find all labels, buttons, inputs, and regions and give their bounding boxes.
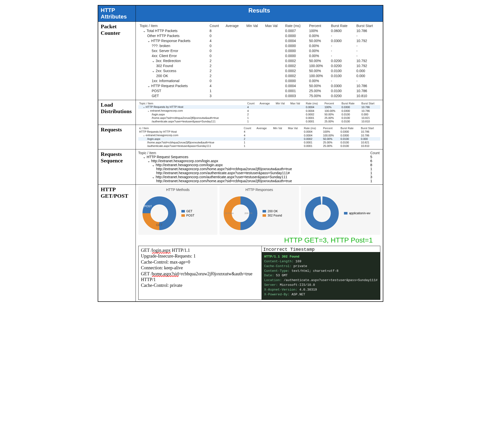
stat-cell: 0.00% (308, 53, 329, 58)
stat-topic[interactable]: GET (138, 93, 208, 98)
stat-topic[interactable]: 302 Found (138, 63, 208, 68)
stat-topic[interactable]: ⌄ 2xx: Success (138, 68, 208, 73)
stat-cell: 0.0002 (284, 63, 307, 68)
svg-point-8 (309, 200, 335, 227)
stat-topic[interactable]: ???: broken (138, 43, 208, 48)
stat-cell: - (329, 43, 355, 48)
stat-topic[interactable]: /authenticate.aspx?user=testuser&pass=Su… (138, 144, 243, 148)
stat-topic[interactable]: ⌄ Total HTTP Packets (138, 28, 208, 33)
stat-cell: 0.0000 (284, 43, 307, 48)
seq-item[interactable]: ⌄ http://extranet.hexagoncorp.com/login.… (138, 163, 371, 167)
col-header: Min Val (272, 126, 287, 130)
stat-cell (224, 58, 245, 63)
stat-topic[interactable]: HTTP Requests by HTTP Host (138, 130, 243, 133)
label-requests: Requests (98, 125, 136, 149)
stat-cell (275, 109, 289, 113)
stat-topic[interactable]: ⌄ HTTP Requests by HTTP Host (138, 105, 246, 109)
stat-cell: 0.0001 (303, 141, 322, 144)
stat-cell: 4 (208, 83, 224, 88)
seq-count: 3 (370, 175, 380, 179)
stat-cell: - (329, 48, 355, 53)
stat-cell: 100.00% (323, 109, 340, 113)
load-dist-table: Topic / ItemCountAverageMin ValMax ValRa… (138, 102, 381, 123)
seq-item[interactable]: ⌄ HTTP Request Sequences (138, 155, 371, 159)
col-header: Average (256, 126, 272, 130)
stat-cell (224, 73, 245, 78)
stat-cell (287, 133, 303, 137)
stat-topic[interactable]: POST (138, 88, 208, 93)
stat-cell (259, 109, 275, 113)
stat-cell: 2 (243, 137, 256, 141)
stat-cell: 0 (208, 33, 224, 38)
stat-cell: 25.00% (323, 120, 340, 123)
stat-cell: 4 (243, 133, 256, 137)
col-header: Burst Start (360, 102, 380, 105)
stat-cell: 50.00% (322, 137, 339, 141)
stat-cell: 10.786 (355, 28, 380, 33)
stat-topic[interactable]: Other HTTP Packets (138, 33, 208, 38)
stat-cell: 0.0000 (284, 33, 307, 38)
donut-responses-svg: 200 OK 02 Foun (220, 193, 261, 233)
attributes-table: HTTP Attributes Results Packet Counter T… (98, 5, 383, 302)
donut-methods: HTTP Methods GET POST GET POST (138, 186, 218, 235)
stat-cell: 0.0003 (284, 93, 307, 98)
col-header: Max Val (287, 126, 303, 130)
col-header: Average (259, 102, 275, 105)
stat-cell (224, 68, 245, 73)
stat-cell: 2 (208, 58, 224, 63)
stat-cell: 0.0200 (329, 63, 355, 68)
stat-cell: 0.00% (308, 43, 329, 48)
stat-topic[interactable]: ⌄ extranet.hexagoncorp.com (138, 133, 243, 137)
col-header: Max Val (289, 102, 305, 105)
stat-topic[interactable]: 200 OK (138, 73, 208, 78)
stat-cell (264, 68, 284, 73)
stat-cell: 0.0001 (305, 116, 323, 120)
stat-cell (289, 109, 305, 113)
stat-topic[interactable]: ⌄ HTTP Request Packets (138, 83, 208, 88)
col-header: Percent (308, 23, 329, 28)
stat-topic[interactable]: ⌄ 3xx: Redirection (138, 58, 208, 63)
seq-item[interactable]: http://extranet.hexagoncorp.com/authenti… (138, 171, 371, 175)
stat-cell (264, 83, 284, 88)
stat-cell: 0 (208, 53, 224, 58)
stat-cell (264, 63, 284, 68)
stat-cell: 0.0300 (329, 83, 355, 88)
seq-item[interactable]: http://extranet.hexagoncorp.com/home.asp… (138, 179, 371, 183)
stat-topic[interactable]: /home.aspx?sid=rcbhqua2oruw2jf0joxnxutw&… (138, 116, 246, 120)
stat-topic[interactable]: ⌄ HTTP Response Packets (138, 38, 208, 43)
stat-cell (256, 133, 272, 137)
stat-cell (245, 88, 264, 93)
stat-cell: 0.0000 (284, 53, 307, 58)
svg-text:GET: GET (156, 223, 162, 227)
stat-topic[interactable]: /login.aspx (138, 113, 246, 116)
stat-cell: 0.0001 (284, 88, 307, 93)
stat-topic[interactable]: /login.aspx (138, 137, 243, 141)
stat-cell (264, 73, 284, 78)
stat-cell (245, 83, 264, 88)
seq-item[interactable]: ⌄ http://extranet.hexagoncorp.com/authen… (138, 175, 371, 179)
stat-cell (272, 137, 287, 141)
stat-topic[interactable]: 4xx: Client Error (138, 53, 208, 58)
stat-cell: 0.0200 (329, 93, 355, 98)
stat-topic[interactable]: ⌄ extranet.hexagoncorp.com (138, 109, 246, 113)
stat-topic[interactable]: /home.aspx?sid=rcbhqua2oruw2jf0joxnxutw&… (138, 141, 243, 144)
stat-cell: 0.0000 (284, 78, 307, 83)
stat-cell: - (329, 53, 355, 58)
stat-cell: 10.786 (355, 83, 380, 88)
seq-item[interactable]: ⌄ http://extranet.hexagoncorp.com/login.… (138, 159, 371, 163)
seq-count: 8 (370, 163, 380, 167)
stat-cell: 0.0100 (339, 141, 360, 144)
seq-item[interactable]: http://extranet.hexagoncorp.com/home.asp… (138, 167, 371, 171)
stat-cell (245, 43, 264, 48)
stat-cell (245, 63, 264, 68)
stat-cell: 0.0004 (303, 133, 322, 137)
stat-topic[interactable]: /authenticate.aspx?user=testuser&pass=Su… (138, 120, 246, 123)
stat-cell: 0.0002 (284, 58, 307, 63)
stat-cell: 0.0100 (340, 116, 360, 120)
stat-topic[interactable]: 1xx: Informational (138, 78, 208, 83)
stat-cell: 10.792 (355, 38, 380, 43)
stat-topic[interactable]: 5xx: Server Error (138, 48, 208, 53)
stat-cell: 0.0300 (340, 109, 360, 113)
stat-cell: 25.00% (308, 88, 329, 93)
stat-cell: - (355, 78, 380, 83)
